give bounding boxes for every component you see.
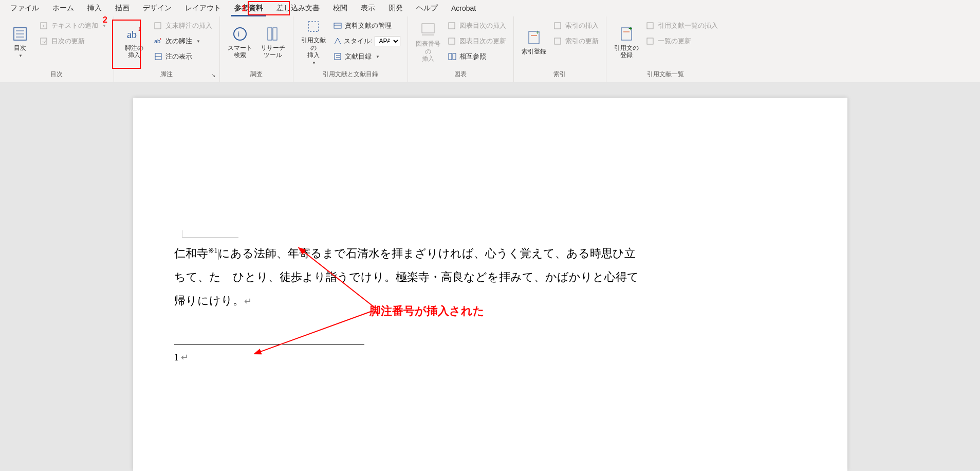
tab-insert[interactable]: 挿入 bbox=[81, 1, 108, 16]
add-text-label: テキストの追加 bbox=[51, 21, 98, 30]
cross-ref-icon bbox=[448, 52, 456, 61]
manage-sources-button[interactable]: 資料文献の管理 bbox=[331, 19, 402, 33]
svg-text:+: + bbox=[42, 24, 45, 28]
tab-draw[interactable]: 描画 bbox=[109, 1, 136, 16]
smart-lookup-button[interactable]: i スマート 検索 bbox=[225, 19, 255, 66]
tab-file[interactable]: ファイル bbox=[4, 1, 45, 16]
next-footnote-label: 次の脚注 bbox=[165, 37, 192, 46]
mark-citation-button[interactable]: + 引用文の 登録 bbox=[612, 19, 641, 66]
toc-label: 目次 bbox=[14, 44, 26, 51]
insert-tof-button[interactable]: 図表目次の挿入 bbox=[446, 19, 508, 33]
bibliography-icon bbox=[334, 52, 342, 61]
group-citations-label: 引用文献と文献目録 bbox=[299, 68, 402, 82]
doc-text-3: ちて、たゞひとり、徒歩より詣うでけり。極楽寺・高良などを拝みて、かばかりと心得て bbox=[174, 270, 639, 283]
style-icon bbox=[334, 37, 342, 45]
insert-footnote-button[interactable]: ab1 脚注の 挿入 bbox=[119, 19, 149, 66]
bibliography-button[interactable]: 文献目録 ▼ bbox=[331, 49, 402, 64]
insert-footnote-label: 脚注の 挿入 bbox=[125, 44, 143, 59]
svg-rect-27 bbox=[449, 23, 455, 29]
tab-developer[interactable]: 開発 bbox=[382, 1, 409, 16]
update-tof-button[interactable]: 図表目次の更新 bbox=[446, 34, 508, 48]
footnotes-launcher[interactable]: ↘ bbox=[211, 73, 217, 79]
tab-acrobat[interactable]: Acrobat bbox=[445, 1, 482, 15]
doc-text-2: にある法師、年寄るまで石清水を拝まざりければ、心うく覚えて、ある時思ひ立 bbox=[218, 247, 636, 260]
svg-rect-25 bbox=[422, 24, 434, 33]
researcher-icon bbox=[265, 26, 281, 42]
group-research-label: 調査 bbox=[225, 68, 288, 82]
group-authorities: + 引用文の 登録 引用文献一覧の挿入 一覧の更新 引用文献一覧 bbox=[606, 16, 725, 82]
svg-rect-16 bbox=[268, 28, 272, 40]
researcher-button[interactable]: リサーチ ツール bbox=[258, 19, 288, 66]
footnote-reference-mark[interactable]: ※1 bbox=[208, 247, 218, 255]
ribbon: 目次 ▼ + テキストの追加 ▼ 目次の更新 目次 ab1 脚注の 挿入 bbox=[0, 16, 980, 82]
svg-text:+: + bbox=[628, 26, 632, 32]
insert-citation-button[interactable]: − 引用文献の 挿入 ▼ bbox=[299, 19, 328, 66]
update-index-button[interactable]: 索引の更新 bbox=[552, 34, 601, 48]
annotation-marker-1: 1 bbox=[242, 4, 246, 13]
cross-ref-button[interactable]: 相互参照 bbox=[446, 49, 508, 64]
group-index: + 索引登録 索引の挿入 索引の更新 索引 bbox=[514, 16, 606, 82]
mark-entry-icon: + bbox=[526, 29, 542, 46]
group-footnotes-label: 脚注 bbox=[119, 68, 214, 82]
tab-mailings[interactable]: 差し込み文書 bbox=[270, 1, 326, 16]
add-text-button[interactable]: + テキストの追加 ▼ bbox=[38, 19, 108, 33]
show-notes-label: 注の表示 bbox=[165, 52, 192, 61]
update-toc-label: 目次の更新 bbox=[51, 37, 85, 46]
svg-rect-28 bbox=[449, 38, 455, 44]
document-page[interactable]: 仁和寺※1にある法師、年寄るまで石清水を拝まざりければ、心うく覚えて、ある時思ひ… bbox=[133, 98, 847, 471]
citation-style-row: スタイル: APA bbox=[331, 34, 402, 48]
svg-rect-9 bbox=[155, 23, 161, 29]
smart-lookup-icon: i bbox=[232, 26, 248, 42]
update-icon bbox=[40, 37, 48, 45]
tab-design[interactable]: デザイン bbox=[137, 1, 178, 16]
bibliography-label: 文献目録 bbox=[345, 52, 372, 61]
show-notes-icon bbox=[154, 52, 162, 61]
update-toc-button[interactable]: 目次の更新 bbox=[38, 34, 108, 48]
manage-sources-label: 資料文献の管理 bbox=[345, 21, 392, 30]
insert-index-button[interactable]: 索引の挿入 bbox=[552, 19, 601, 33]
insert-toa-button[interactable]: 引用文献一覧の挿入 bbox=[644, 19, 720, 33]
svg-rect-6 bbox=[41, 38, 47, 44]
insert-citation-label: 引用文献の 挿入 bbox=[299, 37, 328, 59]
update-index-label: 索引の更新 bbox=[565, 37, 599, 46]
footnote-icon: ab1 bbox=[126, 26, 142, 42]
update-toa-button[interactable]: 一覧の更新 bbox=[644, 34, 720, 48]
next-footnote-icon: ab1 bbox=[154, 37, 162, 45]
tab-home[interactable]: ホーム bbox=[46, 1, 80, 16]
insert-tof-label: 図表目次の挿入 bbox=[459, 21, 506, 30]
tab-help[interactable]: ヘルプ bbox=[410, 1, 444, 16]
add-text-icon: + bbox=[40, 22, 48, 30]
footnote-area[interactable]: 1 ↵ bbox=[174, 352, 806, 363]
insert-endnote-label: 文末脚注の挿入 bbox=[165, 21, 212, 30]
citation-style-select[interactable]: APA bbox=[375, 36, 400, 46]
toc-button[interactable]: 目次 ▼ bbox=[5, 19, 35, 66]
insert-caption-button[interactable]: 図表番号の 挿入 bbox=[413, 19, 443, 66]
mark-citation-icon: + bbox=[618, 26, 635, 42]
group-research: i スマート 検索 リサーチ ツール 調査 bbox=[220, 16, 293, 82]
svg-rect-30 bbox=[453, 53, 456, 60]
update-tof-icon bbox=[448, 37, 456, 45]
mark-index-entry-button[interactable]: + 索引登録 bbox=[519, 19, 549, 66]
svg-rect-22 bbox=[335, 53, 341, 60]
group-toc: 目次 ▼ + テキストの追加 ▼ 目次の更新 目次 bbox=[0, 16, 114, 82]
insert-index-icon bbox=[554, 22, 562, 30]
tab-layout[interactable]: レイアウト bbox=[179, 1, 227, 16]
caption-icon bbox=[420, 22, 436, 38]
update-tof-label: 図表目次の更新 bbox=[459, 37, 506, 46]
update-toa-icon bbox=[646, 37, 655, 45]
footnote-separator bbox=[174, 344, 364, 345]
tab-review[interactable]: 校閲 bbox=[327, 1, 354, 16]
svg-rect-17 bbox=[273, 28, 277, 40]
mark-citation-label: 引用文の 登録 bbox=[614, 44, 639, 59]
mark-entry-label: 索引登録 bbox=[522, 48, 546, 55]
document-area: 仁和寺※1にある法師、年寄るまで石清水を拝まざりければ、心うく覚えて、ある時思ひ… bbox=[0, 82, 980, 471]
insert-endnote-button[interactable]: 文末脚注の挿入 bbox=[152, 19, 214, 33]
tab-references[interactable]: 参考資料 bbox=[228, 1, 269, 16]
tab-view[interactable]: 表示 bbox=[355, 1, 381, 16]
footnote-number: 1 bbox=[174, 352, 179, 363]
group-captions: 図表番号の 挿入 図表目次の挿入 図表目次の更新 相互参照 図表 bbox=[408, 16, 514, 82]
document-body[interactable]: 仁和寺※1にある法師、年寄るまで石清水を拝まざりければ、心うく覚えて、ある時思ひ… bbox=[174, 242, 806, 313]
next-footnote-button[interactable]: ab1 次の脚注 ▼ bbox=[152, 34, 214, 48]
svg-line-42 bbox=[259, 311, 372, 352]
show-notes-button[interactable]: 注の表示 bbox=[152, 49, 214, 64]
